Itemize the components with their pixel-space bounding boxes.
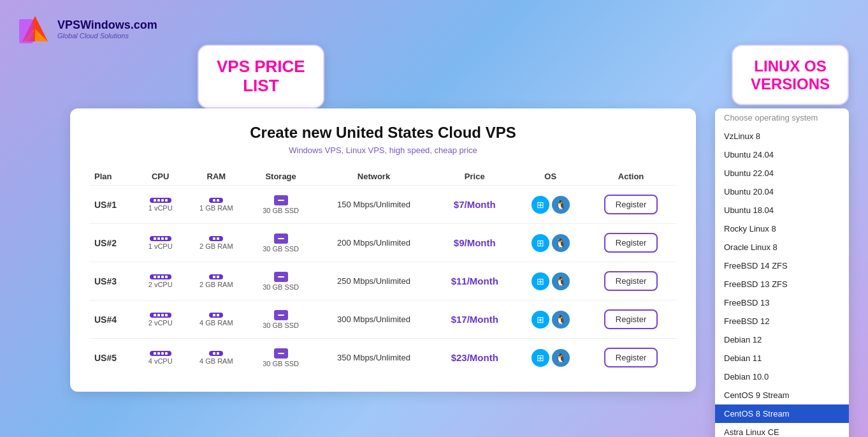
ram-cell: 2 GB RAM: [185, 224, 247, 262]
table-header-cell: Price: [433, 168, 516, 186]
os-option[interactable]: Debian 10.0: [715, 367, 849, 386]
register-button[interactable]: Register: [604, 233, 658, 253]
table-subtitle: Windows VPS, Linux VPS, high speed, chea…: [89, 145, 677, 155]
network-cell: 250 Mbps/Unlimited: [314, 262, 433, 300]
cpu-cell: 2 vCPU: [136, 300, 185, 339]
table-header-cell: Storage: [247, 168, 314, 186]
os-option[interactable]: Ubuntu 24.04: [715, 145, 849, 164]
os-cell: ⊞ 🐧: [516, 224, 585, 262]
os-dropdown-placeholder[interactable]: Choose operating system: [715, 108, 849, 127]
os-option[interactable]: Rocky Linux 8: [715, 219, 849, 238]
action-cell[interactable]: Register: [585, 262, 677, 300]
table-row: US#5 4 vCPU 4 GB RAM 30 GB SSD 350 Mbps/…: [89, 339, 677, 377]
vps-badge-text: VPS PRICELIST: [217, 57, 305, 96]
network-cell: 300 Mbps/Unlimited: [314, 300, 433, 339]
network-cell: 150 Mbps/Unlimited: [314, 186, 433, 224]
ram-cell: 2 GB RAM: [185, 262, 247, 300]
register-button[interactable]: Register: [604, 309, 658, 329]
price-cell: $11/Month: [433, 262, 516, 300]
table-row: US#1 1 vCPU 1 GB RAM 30 GB SSD 150 Mbps/…: [89, 186, 677, 224]
os-option[interactable]: FreeBSD 13 ZFS: [715, 275, 849, 293]
os-cell: ⊞ 🐧: [516, 339, 585, 377]
linux-tux-icon: 🐧: [552, 196, 570, 214]
linux-os-badge: LINUX OSVERSIONS: [732, 45, 849, 105]
os-dropdown-container[interactable]: Choose operating system VzLinux 8Ubuntu …: [715, 108, 849, 437]
os-option[interactable]: FreeBSD 13: [715, 293, 849, 312]
os-option[interactable]: Oracle Linux 8: [715, 238, 849, 256]
plan-cell: US#2: [89, 224, 136, 262]
logo-subtitle: Global Cloud Solutions: [57, 32, 157, 40]
price-cell: $9/Month: [433, 224, 516, 262]
action-cell[interactable]: Register: [585, 224, 677, 262]
windows-icon: ⊞: [532, 196, 549, 214]
vps-table: PlanCPURAMStorageNetworkPriceOSAction US…: [89, 168, 677, 376]
logo-text-block: VPSWindows.com Global Cloud Solutions: [57, 19, 157, 40]
main-table-container: Create new United States Cloud VPS Windo…: [70, 108, 696, 392]
ram-cell: 1 GB RAM: [185, 186, 247, 224]
storage-cell: 30 GB SSD: [247, 300, 314, 339]
table-header-cell: CPU: [136, 168, 185, 186]
linux-badge-text: LINUX OSVERSIONS: [751, 57, 830, 93]
vps-price-badge: VPS PRICELIST: [198, 45, 324, 108]
action-cell[interactable]: Register: [585, 339, 677, 377]
plan-cell: US#1: [89, 186, 136, 224]
os-option[interactable]: Ubuntu 20.04: [715, 182, 849, 201]
network-cell: 200 Mbps/Unlimited: [314, 224, 433, 262]
plan-cell: US#4: [89, 300, 136, 339]
os-option[interactable]: Debian 11: [715, 349, 849, 367]
table-header-row: PlanCPURAMStorageNetworkPriceOSAction: [89, 168, 677, 186]
os-option[interactable]: VzLinux 8: [715, 127, 849, 145]
linux-tux-icon: 🐧: [552, 311, 570, 329]
linux-tux-icon: 🐧: [552, 349, 570, 367]
svg-rect-3: [19, 19, 33, 43]
linux-tux-icon: 🐧: [552, 234, 570, 252]
cpu-cell: 1 vCPU: [136, 186, 185, 224]
windows-icon: ⊞: [532, 311, 549, 329]
table-header-cell: Network: [314, 168, 433, 186]
table-row: US#3 2 vCPU 2 GB RAM 30 GB SSD 250 Mbps/…: [89, 262, 677, 300]
linux-tux-icon: 🐧: [552, 272, 570, 290]
table-title: Create new United States Cloud VPS: [89, 124, 677, 142]
register-button[interactable]: Register: [604, 348, 658, 367]
os-option[interactable]: FreeBSD 12: [715, 312, 849, 330]
os-cell: ⊞ 🐧: [516, 186, 585, 224]
table-row: US#2 1 vCPU 2 GB RAM 30 GB SSD 200 Mbps/…: [89, 224, 677, 262]
os-option[interactable]: Astra Linux CE: [715, 423, 849, 437]
plan-cell: US#5: [89, 339, 136, 377]
os-option[interactable]: FreeBSD 14 ZFS: [715, 256, 849, 275]
os-option[interactable]: CentOS 8 Stream: [715, 404, 849, 423]
windows-icon: ⊞: [532, 272, 549, 290]
header: VPSWindows.com Global Cloud Solutions: [19, 13, 157, 45]
table-row: US#4 2 vCPU 4 GB RAM 30 GB SSD 300 Mbps/…: [89, 300, 677, 339]
storage-cell: 30 GB SSD: [247, 262, 314, 300]
os-option[interactable]: Ubuntu 22.04: [715, 164, 849, 182]
network-cell: 350 Mbps/Unlimited: [314, 339, 433, 377]
storage-cell: 30 GB SSD: [247, 339, 314, 377]
logo-icon: [19, 13, 51, 45]
storage-cell: 30 GB SSD: [247, 186, 314, 224]
table-header-cell: OS: [516, 168, 585, 186]
plan-cell: US#3: [89, 262, 136, 300]
os-option[interactable]: Debian 12: [715, 330, 849, 349]
price-cell: $7/Month: [433, 186, 516, 224]
action-cell[interactable]: Register: [585, 186, 677, 224]
os-cell: ⊞ 🐧: [516, 300, 585, 339]
table-header-cell: Action: [585, 168, 677, 186]
price-cell: $23/Month: [433, 339, 516, 377]
ram-cell: 4 GB RAM: [185, 300, 247, 339]
register-button[interactable]: Register: [604, 271, 658, 291]
os-option[interactable]: CentOS 9 Stream: [715, 386, 849, 404]
action-cell[interactable]: Register: [585, 300, 677, 339]
os-options-list[interactable]: VzLinux 8Ubuntu 24.04Ubuntu 22.04Ubuntu …: [715, 127, 849, 437]
ram-cell: 4 GB RAM: [185, 339, 247, 377]
cpu-cell: 4 vCPU: [136, 339, 185, 377]
price-cell: $17/Month: [433, 300, 516, 339]
register-button[interactable]: Register: [604, 195, 658, 214]
storage-cell: 30 GB SSD: [247, 224, 314, 262]
cpu-cell: 1 vCPU: [136, 224, 185, 262]
os-cell: ⊞ 🐧: [516, 262, 585, 300]
os-option[interactable]: Ubuntu 18.04: [715, 201, 849, 219]
windows-icon: ⊞: [532, 349, 549, 367]
table-header-cell: Plan: [89, 168, 136, 186]
table-body: US#1 1 vCPU 1 GB RAM 30 GB SSD 150 Mbps/…: [89, 186, 677, 377]
